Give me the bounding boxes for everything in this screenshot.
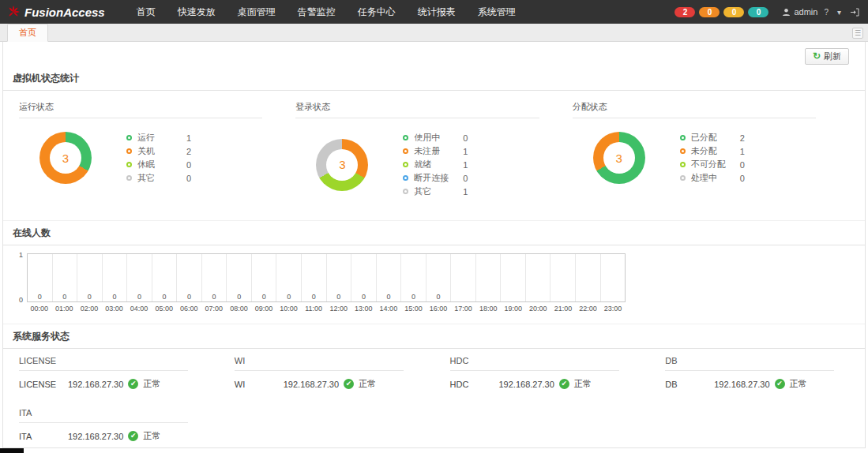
chart-value-label: 0: [227, 293, 251, 301]
legend-item: 处理中0: [680, 171, 745, 185]
chart-block-login: 登录状态 3 使用中0未注册1就绪1断开连接0其它1: [295, 94, 572, 203]
user-menu[interactable]: admin: [782, 7, 817, 17]
chevron-down-icon[interactable]: ▾: [835, 8, 844, 17]
chart-legend-assignment: 已分配2未分配1不可分配0处理中0: [680, 131, 745, 185]
top-bar: FusionAccess 首页 快速发放 桌面管理 告警监控 任务中心 统计报表…: [0, 0, 868, 24]
chart-hour-label: 17:00: [451, 305, 476, 313]
online-users-chart: 1 0 00000000000000000 00:0001:0002:0003:…: [3, 245, 865, 317]
status-ok-icon: [128, 431, 138, 441]
chart-value-label: 0: [377, 293, 401, 301]
chart-hour-label: 05:00: [152, 305, 177, 313]
legend-value: 1: [740, 147, 745, 156]
chart-column: 0: [103, 254, 128, 301]
chart-column: [526, 254, 551, 301]
chart-value-label: 0: [327, 293, 351, 301]
chart-column: 0: [252, 254, 277, 301]
logout-icon[interactable]: [847, 8, 862, 17]
chart-hour-label: 10:00: [276, 305, 302, 313]
chart-hour-label: 03:00: [102, 305, 127, 313]
legend-label: 处理中: [691, 172, 740, 184]
alarm-badge-major[interactable]: 0: [699, 7, 720, 17]
chart-column: 0: [77, 254, 103, 301]
legend-dot-icon: [403, 135, 408, 140]
service-header: LICENSE: [19, 350, 188, 371]
top-right-area: 2 0 0 0 admin ? ▾: [674, 7, 862, 17]
service-card-license: LICENSE LICENSE 192.168.27.30 正常: [19, 350, 203, 395]
legend-label: 就绪: [414, 159, 463, 170]
nav-alarm-monitoring[interactable]: 告警监控: [287, 0, 347, 24]
nav-statistics-report[interactable]: 统计报表: [407, 0, 467, 24]
service-ip: 192.168.27.30: [714, 380, 769, 389]
legend-value: 1: [463, 147, 468, 156]
chart-column: [501, 254, 526, 301]
legend-value: 0: [186, 174, 191, 183]
refresh-button[interactable]: ↻ 刷新: [805, 48, 849, 65]
tab-home[interactable]: 首页: [7, 24, 48, 42]
brand-name: FusionAccess: [24, 6, 105, 19]
legend-value: 1: [186, 133, 191, 143]
chart-value-label: 0: [426, 293, 451, 301]
chart-value-label: 0: [202, 293, 227, 301]
legend-value: 1: [463, 160, 468, 170]
services-row-2: ITA ITA 192.168.27.30 正常: [3, 401, 865, 447]
chart-column: 0: [53, 254, 78, 301]
service-name: LICENSE: [19, 380, 63, 389]
help-button[interactable]: ?: [821, 8, 831, 17]
service-status: 正常: [574, 378, 592, 390]
nav-home[interactable]: 首页: [126, 0, 167, 24]
alarm-badge-critical[interactable]: 2: [674, 7, 695, 17]
online-users-section: 在线人数 1 0 00000000000000000 00:0001:0002:…: [3, 220, 865, 317]
chart-column: [576, 254, 601, 301]
chart-hour-label: 22:00: [576, 305, 601, 313]
chart-hour-label: 09:00: [251, 305, 276, 313]
chart-block-running: 运行状态 3 运行1关机2休眠0其它0: [19, 94, 295, 203]
chart-value-label: 0: [302, 293, 326, 301]
chart-column: 0: [426, 254, 452, 301]
chart-value-label: 0: [103, 293, 127, 301]
legend-item: 未分配1: [680, 144, 745, 158]
chart-column: 0: [276, 254, 302, 301]
legend-dot-icon: [680, 148, 686, 154]
alarm-badge-warning[interactable]: 0: [748, 7, 768, 17]
donut-hole: 3: [50, 142, 81, 174]
chart-value-label: 0: [351, 293, 376, 301]
legend-dot-icon: [680, 135, 686, 140]
service-ip: 192.168.27.30: [68, 432, 123, 441]
chart-hour-label: 15:00: [401, 305, 426, 313]
legend-label: 休眠: [137, 159, 186, 170]
legend-dot-icon: [680, 175, 686, 181]
service-header: DB: [665, 350, 834, 371]
alarm-badge-minor[interactable]: 0: [723, 7, 744, 17]
services-title: 系统服务状态: [3, 324, 865, 349]
chart-title-running: 运行状态: [19, 94, 262, 118]
nav-quick-provision[interactable]: 快速发放: [167, 0, 227, 24]
chart-plot-area: 00000000000000000: [27, 253, 626, 302]
legend-item: 关机2: [126, 144, 191, 158]
legend-label: 其它: [137, 172, 186, 184]
nav-desktop-management[interactable]: 桌面管理: [227, 0, 287, 24]
chart-hour-label: 01:00: [52, 305, 77, 313]
donut-chart-assignment: 3: [593, 132, 645, 184]
chart-hour-label: 06:00: [176, 305, 201, 313]
chart-column: 0: [127, 254, 152, 301]
nav-system-management[interactable]: 系统管理: [467, 0, 527, 24]
chart-hour-label: 11:00: [301, 305, 326, 313]
chart-column: 0: [177, 254, 202, 301]
chart-column: 0: [28, 254, 53, 301]
nav-task-center[interactable]: 任务中心: [347, 0, 407, 24]
chart-column: 0: [401, 254, 426, 301]
chart-hour-label: 23:00: [600, 305, 626, 313]
chart-x-axis-labels: 00:0001:0002:0003:0004:0005:0006:0007:00…: [27, 305, 626, 313]
donut-total: 3: [339, 158, 345, 171]
chart-title-login: 登录状态: [295, 94, 539, 118]
legend-item: 断开连接0: [403, 171, 468, 185]
chart-legend-running: 运行1关机2休眠0其它0: [126, 131, 191, 185]
tab-list-icon[interactable]: ☰: [852, 28, 863, 39]
brand-logo: FusionAccess: [6, 5, 105, 19]
legend-item: 其它1: [403, 185, 468, 198]
legend-label: 未分配: [691, 145, 740, 157]
chart-column: 0: [152, 254, 178, 301]
vm-status-title: 虚拟机状态统计: [3, 66, 865, 91]
legend-dot-icon: [403, 175, 408, 181]
main-nav: 首页 快速发放 桌面管理 告警监控 任务中心 统计报表 系统管理: [126, 0, 527, 24]
